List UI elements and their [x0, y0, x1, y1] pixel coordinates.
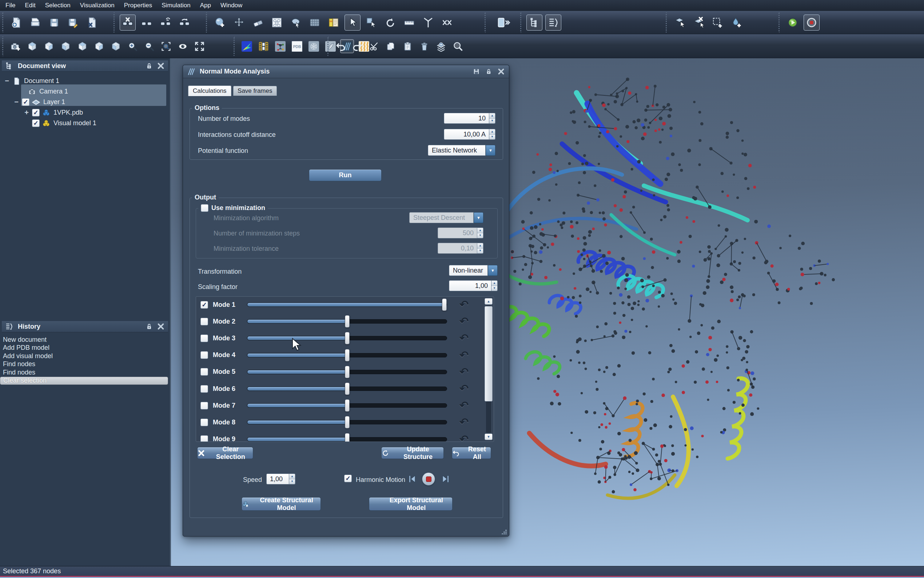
tree-view-button[interactable] — [526, 15, 542, 31]
keypad-tool[interactable] — [307, 15, 323, 31]
menu-simulation[interactable]: Simulation — [157, 1, 195, 10]
layer-visibility-checkbox[interactable]: ✓ — [22, 98, 29, 106]
find-button[interactable] — [451, 39, 464, 53]
new-document[interactable] — [8, 15, 24, 31]
spinner-arrows[interactable]: ▲▼ — [489, 113, 495, 124]
measure-tool[interactable] — [401, 15, 417, 31]
spinner-arrows[interactable]: ▲▼ — [289, 474, 295, 484]
deselect-layers-tool[interactable] — [691, 15, 707, 31]
view-back-button[interactable] — [42, 39, 56, 53]
tree-item-layer[interactable]: − ✓ Layer 1 — [0, 97, 168, 107]
mode-checkbox[interactable] — [201, 419, 208, 426]
select-tool[interactable] — [345, 15, 361, 31]
run-button[interactable]: Run — [309, 169, 382, 181]
dropdown-arrow-icon[interactable]: ▼ — [485, 145, 495, 156]
potential-function-dropdown[interactable]: Elastic Network ▼ — [428, 145, 495, 156]
scrollbar-thumb[interactable] — [485, 306, 492, 401]
slider-handle[interactable] — [345, 399, 350, 412]
close-panel-icon[interactable] — [157, 323, 165, 331]
mode-checkbox[interactable] — [201, 385, 208, 393]
group-layers-button[interactable] — [434, 39, 448, 53]
mode-reset-button[interactable]: ↶ — [460, 434, 469, 442]
harmonic-motion-checkbox[interactable]: ✓ — [344, 475, 352, 482]
mode-reset-button[interactable]: ↶ — [460, 417, 469, 428]
stop-button[interactable] — [422, 472, 435, 485]
cutoff-distance-value[interactable]: 10,00 A — [444, 129, 489, 140]
mode-reset-button[interactable]: ↶ — [460, 367, 469, 377]
history-item[interactable]: Add visual model — [0, 352, 168, 360]
animation-app[interactable] — [256, 39, 270, 53]
tree-item-visual-model[interactable]: ✓ Visual model 1 — [0, 118, 168, 128]
view-left-button[interactable] — [58, 39, 73, 53]
lock-panel-icon[interactable] — [145, 62, 154, 70]
transformation-value[interactable]: Non-linear — [449, 265, 488, 276]
use-minimization-checkbox[interactable] — [201, 204, 209, 212]
save-document[interactable] — [46, 15, 62, 31]
add-drop-tool[interactable] — [729, 15, 744, 31]
display-style-button[interactable] — [491, 15, 517, 31]
update-structure-button[interactable]: Update Structure — [381, 447, 444, 459]
slider-handle[interactable] — [345, 315, 350, 328]
dialog-save-icon[interactable] — [472, 68, 481, 75]
undo-button[interactable] — [333, 39, 348, 53]
speed-spinner[interactable]: 1,00 ▲▼ — [266, 474, 295, 484]
reset-all-button[interactable]: Reset All — [452, 447, 491, 459]
rotate-tool[interactable] — [382, 15, 398, 31]
erase-tool[interactable] — [250, 15, 266, 31]
close-document[interactable] — [84, 15, 100, 31]
menu-visualization[interactable]: Visualization — [75, 1, 119, 10]
history-item[interactable]: Find nodes — [0, 369, 168, 377]
lock-panel-icon[interactable] — [145, 323, 154, 331]
view-right-button[interactable] — [75, 39, 89, 53]
copy-button[interactable] — [384, 39, 398, 53]
mode-slider[interactable] — [247, 420, 447, 424]
view-top-button[interactable] — [92, 39, 106, 53]
tab-save-frames[interactable]: Save frames — [233, 86, 277, 96]
slider-handle[interactable] — [345, 383, 350, 395]
mode-reset-button[interactable]: ↶ — [460, 333, 469, 344]
menu-file[interactable]: File — [1, 1, 20, 10]
tree-item-document[interactable]: − Document 1 — [0, 76, 168, 86]
speed-value[interactable]: 1,00 — [266, 474, 289, 484]
mode-checkbox[interactable] — [201, 368, 208, 376]
expand-icon[interactable]: + — [23, 109, 30, 117]
mode-slider[interactable] — [247, 370, 447, 374]
history-item[interactable]: New document — [0, 336, 168, 344]
mode-checkbox[interactable]: ✓ — [201, 301, 208, 308]
selection-filter-none[interactable] — [120, 15, 136, 31]
redo-button[interactable] — [350, 39, 364, 53]
network-model-app[interactable] — [307, 39, 320, 53]
paste-button[interactable] — [401, 39, 414, 53]
delete-button[interactable] — [417, 39, 431, 53]
history-item[interactable]: Clear selection — [0, 377, 168, 385]
tree-item-pdb-model[interactable]: + ✓ 1VPK.pdb — [0, 107, 168, 118]
mode-reset-button[interactable]: ↶ — [460, 316, 469, 327]
list-view-button[interactable] — [545, 15, 561, 31]
scroll-up-icon[interactable]: ▲ — [485, 298, 492, 305]
menu-selection[interactable]: Selection — [40, 1, 75, 10]
zoom-out-button[interactable] — [142, 39, 156, 53]
molecule-builder-app[interactable] — [273, 39, 287, 53]
spinner-arrows[interactable]: ▲▼ — [489, 129, 495, 140]
twist-tool[interactable] — [439, 15, 455, 31]
scroll-down-icon[interactable]: ▼ — [485, 434, 492, 440]
slider-handle[interactable] — [345, 366, 350, 378]
step-back-button[interactable] — [408, 474, 417, 484]
open-document[interactable] — [27, 15, 43, 31]
move-tool[interactable] — [231, 15, 247, 31]
history-item[interactable]: Find nodes — [0, 360, 168, 369]
selection-filter-plain[interactable] — [139, 15, 155, 31]
scaling-factor-spinner[interactable]: 1,00 ▲▼ — [449, 280, 498, 291]
add-atom-tool[interactable] — [212, 15, 228, 31]
mode-checkbox[interactable] — [201, 402, 208, 409]
fit-view-button[interactable] — [193, 39, 206, 53]
potential-function-value[interactable]: Elastic Network — [428, 145, 485, 156]
angle-tool[interactable] — [420, 15, 436, 31]
camera-add-button[interactable] — [8, 39, 22, 53]
visual-preset-app[interactable] — [240, 39, 254, 53]
cut-button[interactable] — [367, 39, 381, 53]
menu-window[interactable]: Window — [216, 1, 247, 10]
select-layers-tool[interactable] — [672, 15, 688, 31]
dialog-close-icon[interactable] — [497, 68, 505, 75]
pdb-import-app[interactable]: PDB — [290, 39, 304, 53]
